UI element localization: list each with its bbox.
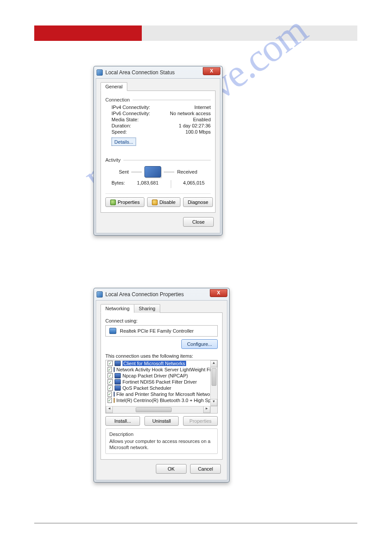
items-label: This connection uses the following items… (105, 353, 218, 359)
checkbox[interactable]: ✓ (108, 373, 113, 378)
received-label: Received (177, 169, 197, 174)
dash-right (164, 172, 174, 172)
dialog-connection-properties: Local Area Connection Properties X Netwo… (94, 288, 230, 482)
network-icon (97, 291, 103, 297)
service-icon (115, 379, 121, 385)
list-item[interactable]: ✓Fortinet NDIS6 Packet Filter Driver (106, 379, 210, 385)
close-button[interactable]: X (203, 67, 220, 75)
speed-label: Speed: (111, 129, 127, 134)
install-button[interactable]: Install... (105, 416, 140, 426)
list-item[interactable]: ✓Network Activity Hook Server LightWeigh… (106, 366, 210, 373)
horizontal-scrollbar[interactable]: ◄ ► (106, 406, 210, 413)
service-icon (114, 367, 115, 372)
connect-using-label: Connect using: (105, 318, 218, 323)
titlebar-status[interactable]: Local Area Connection Status X (94, 66, 222, 78)
description-label: Description (109, 432, 214, 437)
ipv6-value: No network access (170, 111, 211, 116)
btn-label: Properties (118, 200, 140, 205)
properties-button[interactable]: Properties (105, 197, 144, 207)
configure-button[interactable]: Configure... (181, 339, 218, 349)
list-item[interactable]: ✓File and Printer Sharing for Microsoft … (106, 391, 210, 397)
scroll-left-arrow-icon[interactable]: ◄ (106, 406, 113, 413)
bytes-label: Bytes: (111, 180, 125, 188)
service-icon (115, 385, 121, 391)
service-icon (114, 392, 115, 397)
item-label: File and Printer Sharing for Microsoft N… (116, 392, 210, 397)
client-area-status: General Connection IPv4 Connectivity:Int… (96, 78, 220, 233)
titlebar-properties[interactable]: Local Area Connection Properties X (94, 288, 229, 300)
btn-label: Disable (159, 200, 176, 205)
tabstrip-status: General (101, 82, 216, 91)
btn-label: Properties (190, 418, 212, 424)
shield-icon (152, 200, 158, 205)
service-icon (114, 398, 115, 403)
checkbox[interactable]: ✓ (108, 367, 112, 372)
scroll-up-arrow-icon[interactable]: ▲ (211, 360, 217, 367)
diagnose-button[interactable]: Diagnose (183, 197, 213, 207)
tab-sharing[interactable]: Sharing (134, 304, 160, 313)
items-listbox[interactable]: ✓Client for Microsoft Networks✓Network A… (105, 360, 218, 414)
sent-label: Sent (119, 169, 129, 174)
description-box: Description Allows your computer to acce… (105, 428, 218, 454)
dash-left (131, 172, 142, 172)
client-area-properties: Networking Sharing Connect using: Realte… (96, 300, 227, 480)
btn-label: Install... (114, 418, 131, 424)
item-label: QoS Packet Scheduler (122, 385, 171, 391)
details-button[interactable]: Details... (111, 138, 136, 146)
close-dialog-button[interactable]: Close (183, 217, 214, 227)
adapter-box: Realtek PCIe FE Family Controller (105, 325, 218, 337)
section-activity-label: Activity (105, 157, 121, 163)
btn-label: Diagnose (188, 200, 208, 205)
checkbox[interactable]: ✓ (108, 361, 113, 366)
uninstall-button[interactable]: Uninstall (144, 416, 179, 426)
ipv6-label: IPv6 Connectivity: (111, 111, 150, 116)
checkbox[interactable]: ✓ (108, 398, 112, 403)
disable-button[interactable]: Disable (147, 197, 180, 207)
cancel-button[interactable]: Cancel (190, 464, 221, 474)
list-item[interactable]: ✓QoS Packet Scheduler (106, 385, 210, 391)
divider (133, 100, 211, 100)
scroll-down-arrow-icon[interactable]: ▼ (211, 399, 217, 406)
ok-button[interactable]: OK (156, 464, 187, 474)
btn-label: Cancel (198, 466, 213, 472)
tab-general[interactable]: General (101, 82, 127, 91)
footer-rule (34, 523, 357, 523)
tab-networking[interactable]: Networking (101, 304, 134, 313)
recv-bytes: 4,065,015 (183, 180, 205, 188)
list-item[interactable]: ✓Npcap Packet Driver (NPCAP) (106, 373, 210, 379)
shield-icon (110, 200, 116, 205)
list-item[interactable]: ✓Intel(R) Centrino(R) Bluetooth 3.0 + Hi… (106, 397, 210, 403)
item-label: Fortinet NDIS6 Packet Filter Driver (122, 379, 197, 385)
tabstrip-properties: Networking Sharing (101, 304, 223, 313)
scroll-corner (210, 406, 217, 413)
list-item[interactable]: ✓Client for Microsoft Networks (106, 360, 210, 366)
title-text: Local Area Connection Status (105, 69, 175, 76)
scroll-right-arrow-icon[interactable]: ► (203, 406, 210, 413)
media-value: Enabled (193, 117, 211, 122)
item-label: Intel(R) Centrino(R) Bluetooth 3.0 + Hig… (116, 398, 210, 403)
checkbox[interactable]: ✓ (108, 385, 113, 391)
item-label: Client for Microsoft Networks (122, 361, 186, 366)
speed-value: 100.0 Mbps (186, 129, 211, 134)
checkbox[interactable]: ✓ (108, 379, 113, 385)
sent-bytes: 1,083,681 (137, 180, 158, 188)
close-button[interactable]: X (210, 289, 227, 297)
banner-accent (34, 25, 142, 41)
description-text: Allows your computer to access resources… (109, 439, 214, 451)
hscroll-thumb[interactable] (136, 407, 172, 412)
dialog-connection-status: Local Area Connection Status X General C… (94, 66, 223, 236)
btn-label: Close (192, 219, 205, 225)
duration-label: Duration: (111, 123, 131, 128)
media-label: Media State: (111, 117, 139, 122)
service-icon (115, 373, 121, 378)
ipv4-label: IPv4 Connectivity: (111, 105, 150, 110)
page-banner (34, 25, 357, 41)
section-connection-label: Connection (105, 97, 130, 102)
btn-label: OK (168, 466, 175, 472)
tabpanel-general: Connection IPv4 Connectivity:Internet IP… (101, 91, 216, 213)
duration-value: 1 day 02:27:36 (179, 123, 211, 128)
vertical-scrollbar[interactable]: ▲ ▼ (210, 360, 217, 406)
vscroll-thumb[interactable] (212, 368, 216, 386)
checkbox[interactable]: ✓ (108, 392, 112, 397)
title-text: Local Area Connection Properties (105, 291, 184, 297)
